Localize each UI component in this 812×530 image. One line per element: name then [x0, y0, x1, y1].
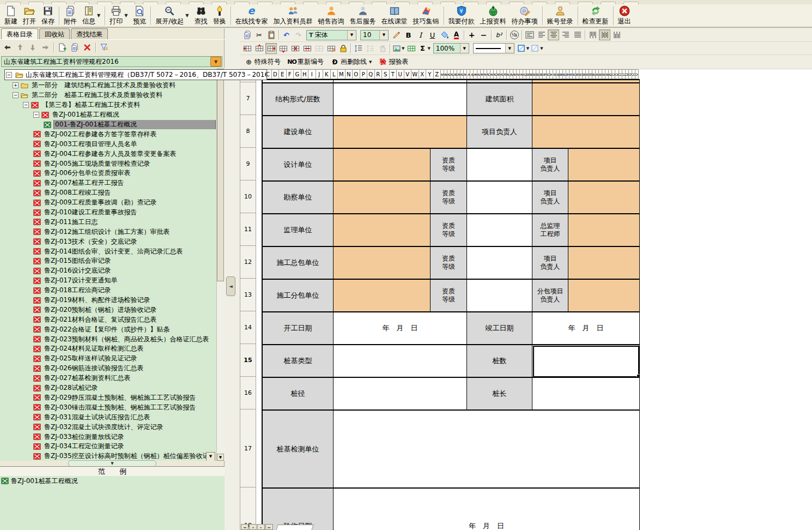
- toolbar-button-pay-shield[interactable]: ¥我要付款: [446, 5, 477, 27]
- merge-cells-button[interactable]: [313, 43, 325, 54]
- tree-item[interactable]: 鲁ZJ-018工程洽商记录: [0, 286, 225, 296]
- chevron-down-icon[interactable]: ▼: [402, 46, 404, 51]
- collapse-left-icon[interactable]: ◄: [226, 276, 235, 296]
- vertical-text-right-button[interactable]: [611, 29, 622, 40]
- form-input-cell[interactable]: [532, 116, 640, 149]
- form-input-cell[interactable]: [334, 345, 467, 378]
- underline-button[interactable]: U: [427, 29, 438, 40]
- row-header[interactable]: 7: [240, 82, 256, 115]
- strike-line-button[interactable]: Đ画删除线▼: [328, 56, 375, 68]
- column-header[interactable]: K: [323, 69, 331, 79]
- tree-item[interactable]: 鲁ZJ-022合格证【复印件（或抄件）】贴条: [0, 324, 225, 334]
- catalog-combo[interactable]: 山东省建筑工程施工资料管理规程2016 ▼: [1, 56, 222, 67]
- bold-button[interactable]: B: [403, 29, 414, 40]
- tree-item[interactable]: 鲁ZJ-024材料见证取样检测汇总表: [0, 344, 225, 354]
- tree-scrollbar[interactable]: ▲ ▼: [216, 69, 225, 461]
- toolbar-button-print-preview[interactable]: 预览: [130, 5, 149, 27]
- toolbar-button-service-person[interactable]: 售后服务: [347, 5, 379, 27]
- toolbar-button-todo-list[interactable]: 待办事项: [509, 5, 541, 27]
- tree-item[interactable]: 鲁ZJ-021材料合格证、复试报告汇总表: [0, 315, 225, 324]
- selected-cell[interactable]: [532, 345, 640, 378]
- column-header[interactable]: S: [382, 69, 390, 79]
- toolbar-button-save-floppy[interactable]: 保存: [39, 5, 57, 27]
- column-header[interactable]: N: [346, 69, 353, 79]
- tree-toolbar-filter[interactable]: [99, 42, 110, 53]
- insert-row-below-button[interactable]: [277, 43, 289, 54]
- form-input-cell[interactable]: 年 月 日: [334, 489, 640, 530]
- tab-last-icon[interactable]: ▸▸: [265, 524, 273, 530]
- scroll-down-icon[interactable]: ▼: [217, 454, 224, 461]
- row-header[interactable]: 16: [240, 377, 256, 409]
- chevron-down-icon[interactable]: ▼: [369, 60, 372, 64]
- vertical-text-left-button[interactable]: [587, 29, 598, 40]
- insert-image-button[interactable]: ▼: [392, 43, 405, 54]
- form-input-cell[interactable]: 年 月 日: [334, 312, 467, 345]
- sigma-button[interactable]: Σ▼: [417, 43, 431, 54]
- tree-item[interactable]: 鲁ZJ-020预制桩（钢桩）进场验收记录: [0, 305, 225, 315]
- tree-item[interactable]: 鲁ZJ-028试桩记录: [0, 383, 225, 393]
- align-distribute-button[interactable]: [572, 29, 583, 40]
- delete-col-button[interactable]: [289, 43, 301, 54]
- tree-item[interactable]: 鲁ZJ-009工程质量事故调（勘）查记录: [0, 198, 225, 208]
- fill-color-button[interactable]: [439, 29, 450, 40]
- tree-toolbar-add-form[interactable]: [57, 42, 68, 53]
- column-header[interactable]: G: [294, 69, 301, 79]
- tree-item[interactable]: 鲁ZJ-035挖至设计标高时预制桩（钢桩）桩位偏差验收记▼: [0, 451, 225, 461]
- tree-item[interactable]: 鲁ZJ-011施工日志: [0, 217, 225, 227]
- lock-cells-button[interactable]: [337, 43, 349, 54]
- chevron-down-icon[interactable]: ▼: [206, 452, 215, 461]
- toolbar-button-sales-person[interactable]: 销售咨询: [316, 5, 347, 27]
- toolbar-button-online-class[interactable]: 在线课堂: [379, 5, 410, 27]
- italic-button[interactable]: I: [415, 29, 426, 40]
- undo-button[interactable]: ↶: [281, 29, 292, 40]
- toolbar-button-upload-globe[interactable]: 上报资料: [477, 5, 509, 27]
- form-input-cell[interactable]: [467, 182, 532, 214]
- tree-item[interactable]: 鲁ZJ-014图纸会审、设计变更、洽商记录汇总表: [0, 246, 225, 256]
- tree-expand-toggle[interactable]: +: [13, 82, 19, 88]
- delete-row-button[interactable]: [301, 43, 313, 54]
- form-input-cell[interactable]: [467, 149, 532, 182]
- tree-item[interactable]: 鲁ZJ-019材料、构配件进场检验记录: [0, 296, 225, 305]
- special-symbol-button[interactable]: ⊕特殊符号: [241, 56, 284, 68]
- column-header[interactable]: I: [308, 69, 316, 79]
- column-header[interactable]: V: [404, 69, 412, 79]
- tree-item[interactable]: 鲁ZJ-013技术（安全）交底记录: [0, 237, 225, 246]
- form-input-cell[interactable]: [467, 280, 532, 312]
- tree-item[interactable]: 鲁ZJ-029静压混凝土预制桩、钢桩施工工艺试验报告: [0, 393, 225, 403]
- toolbar-button-printer[interactable]: 打印▼: [107, 5, 130, 27]
- tree-item[interactable]: 鲁ZJ-006分包单位资质报审表: [0, 168, 225, 178]
- tree-item[interactable]: 鲁ZJ-002工程参建各方签字签章存样表: [0, 129, 225, 139]
- tree-toolbar-nav-down[interactable]: [27, 42, 38, 53]
- chevron-down-icon[interactable]: ▼: [379, 31, 388, 40]
- form-input-cell[interactable]: [334, 116, 467, 149]
- format-hand-button[interactable]: [377, 43, 388, 54]
- line-style-combo[interactable]: ▼: [473, 43, 514, 53]
- tree-toolbar-nav-right[interactable]: [40, 42, 51, 53]
- column-header[interactable]: Q: [367, 69, 375, 79]
- tab-next-icon[interactable]: ▸: [257, 524, 265, 530]
- tree-item[interactable]: 鲁ZJ-032混凝土试块强度统计、评定记录: [0, 422, 225, 432]
- shading-color-button[interactable]: ▼: [530, 43, 543, 54]
- chevron-down-icon[interactable]: ▼: [526, 46, 529, 51]
- tree-item[interactable]: 鲁ZJ-017设计变更通知单: [0, 276, 225, 286]
- form-input-cell[interactable]: [532, 83, 640, 116]
- tree-item[interactable]: −鲁ZJ-001桩基工程概况: [0, 110, 225, 120]
- form-input-cell[interactable]: [334, 149, 431, 182]
- cut-button[interactable]: ✂: [253, 29, 265, 40]
- chevron-down-icon[interactable]: ▼: [460, 44, 469, 53]
- column-header[interactable]: O: [353, 69, 360, 79]
- zoom-combo[interactable]: 100%▼: [433, 43, 469, 53]
- decrease-size-button[interactable]: −: [478, 29, 489, 40]
- form-input-cell[interactable]: [334, 411, 640, 489]
- tree-item[interactable]: 鲁ZJ-012施工组织设计（施工方案）审批表: [0, 227, 225, 237]
- toolbar-button-attachment[interactable]: 附件: [61, 5, 80, 27]
- column-header[interactable]: H: [301, 69, 309, 79]
- size-combo[interactable]: 10▼: [360, 30, 389, 40]
- tree-item[interactable]: 鲁ZJ-004工程参建各方人员及签章变更备案表: [0, 149, 225, 159]
- copy-button[interactable]: [241, 29, 253, 40]
- tree-root-item[interactable]: − 山东省建筑工程施工资料管理规程（DB37/T 5072－2016、DB37/…: [4, 69, 267, 80]
- fraction-button[interactable]: ⅟a: [508, 29, 520, 40]
- form-input-cell[interactable]: [467, 247, 532, 280]
- column-header[interactable]: J: [316, 69, 324, 79]
- column-header[interactable]: Y: [426, 69, 434, 79]
